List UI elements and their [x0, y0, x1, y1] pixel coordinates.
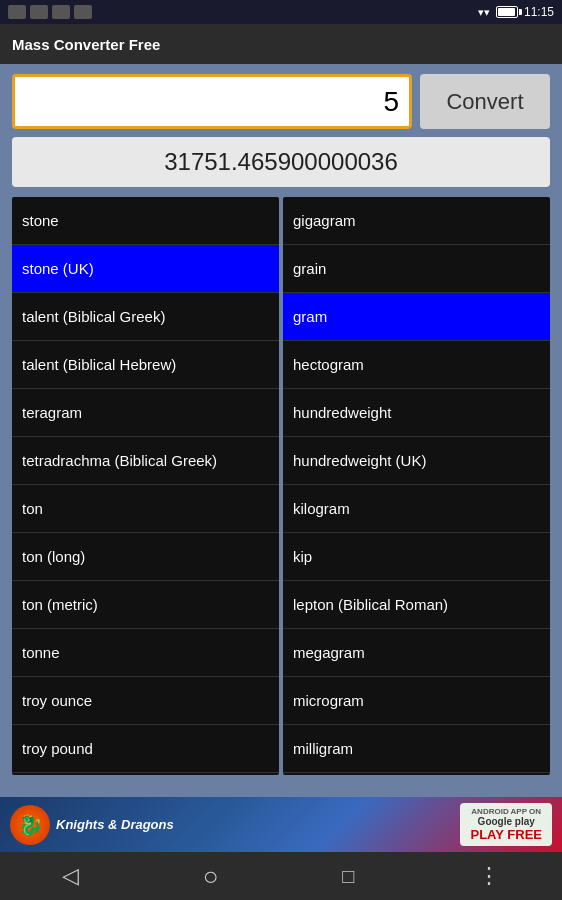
list-item[interactable]: microgram: [283, 677, 550, 725]
list-item[interactable]: gigagram: [283, 197, 550, 245]
ad-icon: 🐉: [10, 805, 50, 845]
ad-play-button[interactable]: ANDROID APP ON Google play PLAY FREE: [460, 803, 552, 846]
list-item[interactable]: teragram: [12, 389, 279, 437]
google-play-brand: Google play: [478, 816, 535, 827]
app-title: Mass Converter Free: [12, 36, 160, 53]
right-list[interactable]: gigagramgraingramhectogramhundredweighth…: [283, 197, 550, 775]
list-item[interactable]: troy pound: [12, 725, 279, 773]
list-item[interactable]: hundredweight (UK): [283, 437, 550, 485]
list-item[interactable]: kip: [283, 533, 550, 581]
notification-icon-3: [52, 5, 70, 19]
clock: 11:15: [524, 5, 554, 19]
wifi-icon: ▾▾: [478, 6, 490, 19]
status-bar: ▾▾ 11:15: [0, 0, 562, 24]
play-free-label: PLAY FREE: [470, 827, 542, 842]
ad-title: Knights & Dragons: [56, 817, 174, 832]
number-input[interactable]: [12, 74, 412, 129]
list-item[interactable]: tonne: [12, 629, 279, 677]
notification-icon-1: [8, 5, 26, 19]
list-item[interactable]: talent (Biblical Greek): [12, 293, 279, 341]
list-item[interactable]: kilogram: [283, 485, 550, 533]
home-button[interactable]: ○: [203, 861, 219, 892]
status-right-icons: ▾▾ 11:15: [478, 5, 554, 19]
battery-icon: [496, 6, 518, 18]
list-item[interactable]: milligram: [283, 725, 550, 773]
input-row: Convert: [12, 74, 550, 129]
list-item[interactable]: talent (Biblical Hebrew): [12, 341, 279, 389]
list-item[interactable]: ton: [12, 485, 279, 533]
list-item[interactable]: hectogram: [283, 341, 550, 389]
list-item[interactable]: gram: [283, 293, 550, 341]
status-left-icons: [8, 5, 92, 19]
list-item[interactable]: hundredweight: [283, 389, 550, 437]
result-display: 31751.465900000036: [12, 137, 550, 187]
result-value: 31751.465900000036: [164, 148, 398, 176]
list-item[interactable]: tetradrachma (Biblical Greek): [12, 437, 279, 485]
list-item[interactable]: lepton (Biblical Roman): [283, 581, 550, 629]
back-button[interactable]: ◁: [62, 863, 79, 889]
list-item[interactable]: megagram: [283, 629, 550, 677]
recents-button[interactable]: □: [342, 865, 354, 888]
google-play-label: ANDROID APP ON: [471, 807, 541, 816]
convert-button[interactable]: Convert: [420, 74, 550, 129]
main-content: Convert 31751.465900000036 stonestone (U…: [0, 64, 562, 785]
nav-bar: ◁ ○ □ ⋮: [0, 852, 562, 900]
list-item[interactable]: grain: [283, 245, 550, 293]
list-item[interactable]: stone: [12, 197, 279, 245]
notification-icon-2: [30, 5, 48, 19]
notification-icon-4: [74, 5, 92, 19]
list-item[interactable]: ton (long): [12, 533, 279, 581]
ad-content: 🐉 Knights & Dragons: [10, 805, 174, 845]
menu-button[interactable]: ⋮: [478, 863, 500, 889]
ad-banner[interactable]: 🐉 Knights & Dragons ANDROID APP ON Googl…: [0, 797, 562, 852]
title-bar: Mass Converter Free: [0, 24, 562, 64]
list-item[interactable]: stone (UK): [12, 245, 279, 293]
list-item[interactable]: ton (metric): [12, 581, 279, 629]
list-item[interactable]: troy ounce: [12, 677, 279, 725]
lists-container: stonestone (UK)talent (Biblical Greek)ta…: [12, 197, 550, 775]
left-list[interactable]: stonestone (UK)talent (Biblical Greek)ta…: [12, 197, 279, 775]
